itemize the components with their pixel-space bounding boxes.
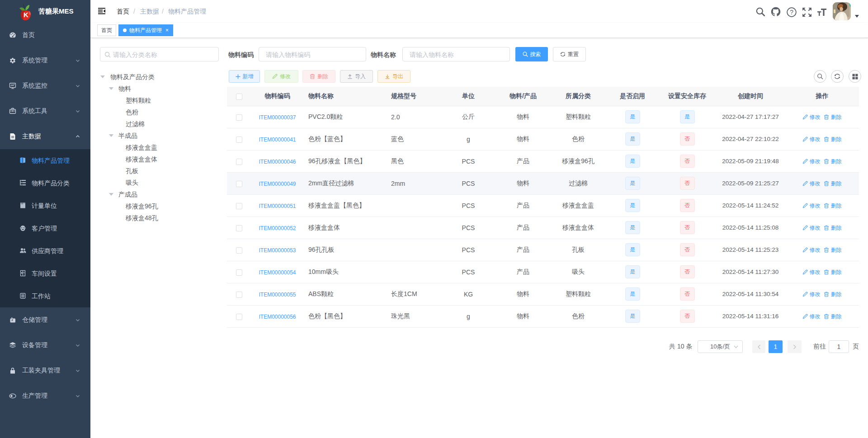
svg-text:?: ? [790,9,793,16]
svg-text:K: K [24,11,28,19]
